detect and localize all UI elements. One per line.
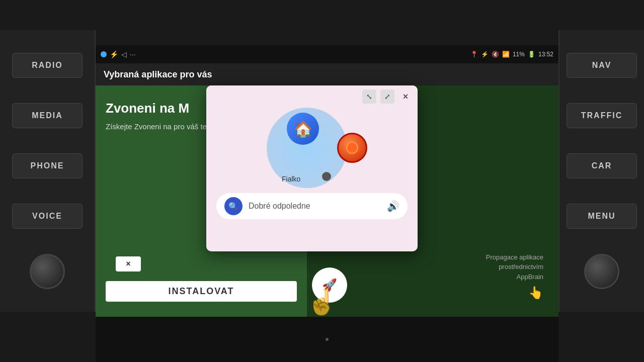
- small-dot: [322, 172, 331, 181]
- search-button[interactable]: 🔍: [224, 197, 243, 215]
- nav-button[interactable]: NAV: [567, 53, 637, 78]
- search-icon: 🔍: [228, 202, 238, 211]
- circle-visualization: 🏠 Fialko: [257, 108, 367, 188]
- cast-icon: ◁: [121, 50, 127, 58]
- status-bar-right: 📍 ⚡ 🔇 📶 11% 🔋 13:52: [470, 51, 553, 58]
- left-panel: RADIO MEDIA PHONE VOICE: [0, 30, 96, 312]
- media-button[interactable]: MEDIA: [12, 103, 83, 128]
- mute-icon: 🔇: [492, 51, 499, 58]
- record-inner: [346, 142, 358, 154]
- car-button[interactable]: CAR: [567, 153, 637, 178]
- top-bar-title: Vybraná aplikace pro vás: [104, 69, 212, 80]
- app-label: Fialko: [282, 175, 300, 183]
- right-knob[interactable]: [584, 254, 619, 289]
- bluetooth-icon: ⚡: [110, 50, 118, 58]
- promo-install-area: INSTALOVAT: [106, 281, 297, 302]
- traffic-button[interactable]: TRAFFIC: [567, 103, 637, 128]
- promo-close-button[interactable]: ×: [116, 256, 141, 272]
- volume-button[interactable]: 🔊: [387, 200, 399, 212]
- battery-text: 11%: [513, 51, 525, 58]
- battery-icon: 🔋: [528, 51, 535, 58]
- top-bar: Vybraná aplikace pro vás: [96, 63, 558, 85]
- popup-dialog: ⤡ ⤢ × 🏠 Fialko 🔍 Dob: [206, 85, 418, 251]
- hand-cursor: ☝️: [307, 289, 337, 317]
- popup-maximize-button[interactable]: ⤢: [380, 89, 394, 104]
- appbrain-info: Propagace aplikaceprostřednictvímAppBrai…: [486, 252, 543, 302]
- voice-button[interactable]: VOICE: [12, 204, 83, 229]
- install-button[interactable]: INSTALOVAT: [169, 286, 234, 297]
- appbrain-cursor-icon: 👆: [486, 284, 543, 302]
- popup-body: 🏠 Fialko 🔍 Dobré odpoledne 🔊: [206, 108, 418, 224]
- bt-icon: ⚡: [481, 51, 489, 58]
- menu-button[interactable]: MENU: [567, 204, 637, 229]
- popup-expand-button[interactable]: ⤡: [362, 89, 376, 104]
- popup-titlebar: ⤡ ⤢ ×: [206, 85, 418, 108]
- radio-button[interactable]: RADIO: [12, 53, 83, 78]
- left-knob[interactable]: [30, 254, 65, 289]
- main-screen: ⚡ ◁ ··· 📍 ⚡ 🔇 📶 11% 🔋 13:52 Vybraná apli…: [96, 45, 558, 317]
- bluetooth-dot: [101, 51, 107, 57]
- search-placeholder-text: Dobré odpoledne: [249, 202, 381, 211]
- bottom-frame: [96, 317, 558, 362]
- popup-close-button[interactable]: ×: [398, 89, 413, 104]
- phone-button[interactable]: PHONE: [12, 153, 83, 178]
- bottom-indicator: [326, 338, 329, 341]
- record-button[interactable]: [337, 133, 367, 163]
- clock: 13:52: [538, 51, 553, 58]
- appbrain-text: Propagace aplikaceprostřednictvímAppBrai…: [486, 253, 543, 281]
- wifi-icon: 📶: [502, 51, 510, 58]
- dots-icon: ···: [130, 50, 136, 58]
- right-panel: NAV TRAFFIC CAR MENU: [558, 30, 644, 312]
- app-icon: 🏠: [287, 113, 319, 145]
- status-bar: ⚡ ◁ ··· 📍 ⚡ 🔇 📶 11% 🔋 13:52: [96, 45, 558, 63]
- status-bar-left: ⚡ ◁ ···: [101, 50, 136, 58]
- search-bar: 🔍 Dobré odpoledne 🔊: [216, 193, 408, 219]
- home-icon: 🏠: [294, 120, 312, 138]
- location-icon: 📍: [470, 51, 478, 58]
